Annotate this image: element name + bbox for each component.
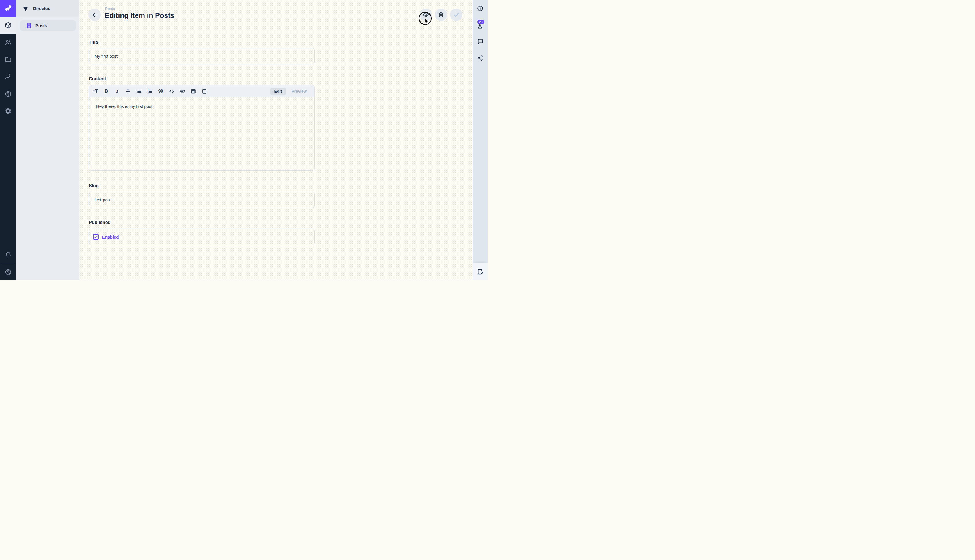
field-title-input-wrap xyxy=(89,48,315,64)
strikethrough-icon xyxy=(125,88,131,94)
slug-input[interactable] xyxy=(89,192,315,208)
bullet-list-button[interactable] xyxy=(135,88,142,95)
image-icon xyxy=(201,88,207,94)
check-icon xyxy=(453,12,460,18)
image-button[interactable] xyxy=(200,88,208,95)
module-bar-divider xyxy=(2,263,14,263)
field-slug: Slug xyxy=(89,183,315,188)
blockquote-button[interactable]: 99 xyxy=(157,88,164,95)
field-content-label: Content xyxy=(89,77,315,82)
link-icon xyxy=(179,88,186,94)
sidebar-item-posts[interactable]: Posts xyxy=(20,20,75,31)
field-slug-label: Slug xyxy=(89,183,315,188)
bold-button[interactable]: B xyxy=(103,88,110,95)
sidebar-item-content-module[interactable] xyxy=(0,17,16,34)
text-size-button[interactable]: TT xyxy=(92,88,99,95)
tab-edit[interactable]: Edit xyxy=(270,88,286,95)
main-content: Posts Editing Item in Posts xyxy=(79,0,473,280)
code-button[interactable] xyxy=(168,88,175,95)
sidebar-item-label: Posts xyxy=(35,23,47,28)
fan-icon xyxy=(23,5,28,12)
bell-icon xyxy=(5,251,12,258)
bullet-list-icon xyxy=(136,88,142,94)
field-published-control: Enabled xyxy=(89,228,315,245)
sidebar-item-users-module[interactable] xyxy=(0,34,16,51)
checkbox-check-icon xyxy=(94,235,98,239)
box-icon xyxy=(5,22,12,29)
published-checkbox[interactable] xyxy=(93,234,99,240)
editor-toolbar: TT B I xyxy=(89,85,314,97)
insights-icon xyxy=(5,73,12,80)
right-sidebar: 23 xyxy=(473,0,488,280)
save-item-button[interactable] xyxy=(450,8,462,21)
link-button[interactable] xyxy=(179,88,186,95)
project-sidebar: Directus Posts xyxy=(16,0,79,280)
project-name: Directus xyxy=(33,6,50,11)
page-title: Editing Item in Posts xyxy=(105,12,174,20)
italic-button[interactable]: I xyxy=(113,88,121,95)
project-header[interactable]: Directus xyxy=(16,0,79,17)
field-title-label: Title xyxy=(89,40,315,45)
info-sidebar-button[interactable] xyxy=(473,0,488,17)
tab-preview[interactable]: Preview xyxy=(289,89,309,93)
trash-icon xyxy=(438,12,444,18)
table-button[interactable] xyxy=(190,88,197,95)
sidebar-item-help-module[interactable] xyxy=(0,85,16,102)
directus-app: Directus Posts Posts Editing Item in Pos… xyxy=(0,0,488,280)
eye-icon xyxy=(423,12,429,18)
comments-sidebar-button[interactable] xyxy=(473,33,488,50)
code-icon xyxy=(168,88,175,94)
folder-icon xyxy=(5,56,12,63)
activity-sidebar-button[interactable]: 23 xyxy=(473,17,488,33)
shares-sidebar-button[interactable] xyxy=(473,50,488,67)
people-icon xyxy=(5,39,12,46)
revisions-footer-button[interactable] xyxy=(473,263,488,280)
module-bar xyxy=(0,0,16,280)
field-published: Published xyxy=(89,220,315,225)
comment-icon xyxy=(477,38,483,45)
account-button[interactable] xyxy=(0,264,16,280)
account-circle-icon xyxy=(5,268,12,276)
help-icon xyxy=(5,90,12,98)
published-checkbox-label[interactable]: Enabled xyxy=(102,235,119,239)
notifications-button[interactable] xyxy=(0,247,16,263)
activity-count-badge: 23 xyxy=(477,20,484,24)
content-textarea[interactable]: Hey there, this is my first post xyxy=(89,97,314,115)
back-button[interactable] xyxy=(88,8,101,21)
content-editor: TT B I xyxy=(89,85,315,171)
arrow-left-icon xyxy=(92,12,98,18)
numbered-list-button[interactable]: 1 2 3 xyxy=(146,88,153,95)
clipboard-clock-icon xyxy=(477,268,484,275)
delete-item-button[interactable] xyxy=(435,8,447,21)
field-content: Content xyxy=(89,77,315,82)
field-title: Title xyxy=(89,40,315,45)
sidebar-item-files-module[interactable] xyxy=(0,51,16,68)
directus-logo[interactable] xyxy=(0,0,16,17)
strikethrough-button[interactable] xyxy=(125,88,132,95)
numbered-list-icon: 1 2 3 xyxy=(147,88,153,94)
directus-rabbit-icon xyxy=(3,4,13,13)
share-icon xyxy=(477,55,483,62)
table-icon xyxy=(190,88,197,94)
breadcrumb[interactable]: Posts xyxy=(105,7,115,11)
field-published-label: Published xyxy=(89,220,315,225)
field-slug-input-wrap xyxy=(89,192,315,208)
header-actions xyxy=(420,8,462,21)
title-input[interactable] xyxy=(89,48,315,64)
sidebar-item-insights-module[interactable] xyxy=(0,68,16,85)
module-bar-spacer xyxy=(0,120,16,247)
gear-icon xyxy=(5,108,12,115)
svg-text:3: 3 xyxy=(147,92,148,94)
preview-item-button[interactable] xyxy=(420,8,432,21)
info-icon xyxy=(477,5,483,12)
database-icon xyxy=(26,23,32,28)
sidebar-item-settings-module[interactable] xyxy=(0,102,16,120)
